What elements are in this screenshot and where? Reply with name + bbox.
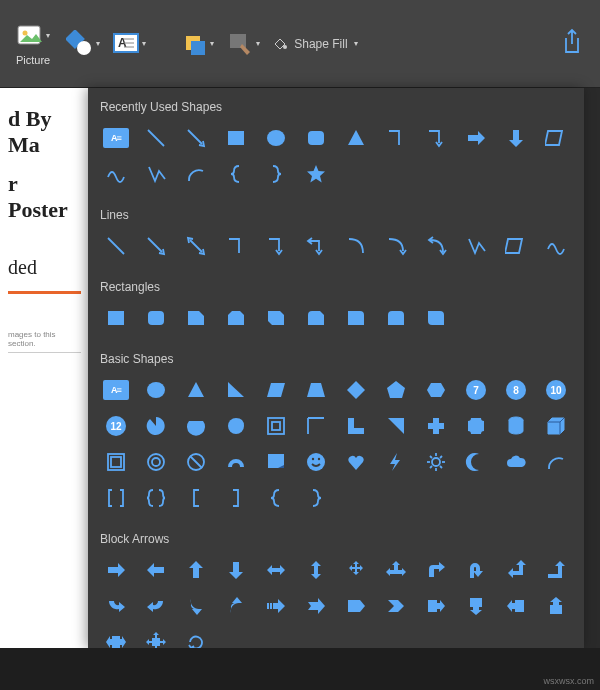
arrow-left[interactable] xyxy=(136,552,176,588)
shape-scribble[interactable] xyxy=(96,156,136,192)
basic-half-frame[interactable] xyxy=(296,408,336,444)
shape-oval[interactable] xyxy=(256,120,296,156)
shape-line-arrow[interactable] xyxy=(176,120,216,156)
picture-group[interactable]: ▾ Picture xyxy=(8,0,58,87)
rect-round2same[interactable] xyxy=(376,300,416,336)
basic-noentry[interactable] xyxy=(176,444,216,480)
arrow-curved-right[interactable] xyxy=(96,588,136,624)
basic-block-arc[interactable] xyxy=(216,444,256,480)
line-elbow-double[interactable] xyxy=(296,228,336,264)
basic-right-bracket[interactable] xyxy=(216,480,256,516)
basic-cube[interactable] xyxy=(536,408,576,444)
shape-right-brace[interactable] xyxy=(256,156,296,192)
shape-freeform[interactable] xyxy=(136,156,176,192)
basic-dodecagon[interactable]: 12 xyxy=(96,408,136,444)
rect-snip2same[interactable] xyxy=(216,300,256,336)
arrow-down-callout[interactable] xyxy=(456,588,496,624)
line-arrow[interactable] xyxy=(136,228,176,264)
basic-plus[interactable] xyxy=(416,408,456,444)
basic-diagonal[interactable] xyxy=(376,408,416,444)
arrow-bentup[interactable] xyxy=(536,552,576,588)
arrow-bent[interactable] xyxy=(416,552,456,588)
rect-round1[interactable] xyxy=(336,300,376,336)
shape-textbox[interactable]: A≡ xyxy=(103,128,129,148)
quick-styles-button[interactable]: ▾ xyxy=(226,30,260,58)
basic-textbox[interactable]: A≡ xyxy=(103,380,129,400)
arrow-leftright-callout[interactable] xyxy=(96,624,136,648)
arrow-circular[interactable] xyxy=(176,624,216,648)
shape-left-brace[interactable] xyxy=(216,156,256,192)
arrow-curved-up[interactable] xyxy=(216,588,256,624)
shapes-scroll[interactable]: Recently Used Shapes A≡ Lines xyxy=(88,88,584,648)
arrow-chevron[interactable] xyxy=(376,588,416,624)
basic-pentagon[interactable] xyxy=(376,372,416,408)
basic-donut[interactable] xyxy=(136,444,176,480)
arrow-pentagon[interactable] xyxy=(336,588,376,624)
shape-arrow-down[interactable] xyxy=(496,120,536,156)
arrow-right[interactable] xyxy=(96,552,136,588)
basic-moon[interactable] xyxy=(456,444,496,480)
arrow-curved-left[interactable] xyxy=(136,588,176,624)
basic-can[interactable] xyxy=(496,408,536,444)
shape-rectangle[interactable] xyxy=(216,120,256,156)
arrow-updown[interactable] xyxy=(296,552,336,588)
basic-right-brace[interactable] xyxy=(296,480,336,516)
basic-triangle[interactable] xyxy=(176,372,216,408)
arrow-curved-down[interactable] xyxy=(176,588,216,624)
arrange-button[interactable]: ▾ xyxy=(180,30,214,58)
basic-plaque[interactable] xyxy=(456,408,496,444)
rect-round2diag[interactable] xyxy=(416,300,456,336)
basic-pie[interactable] xyxy=(136,408,176,444)
basic-sun[interactable] xyxy=(416,444,456,480)
shape-connector-elbow[interactable] xyxy=(376,120,416,156)
arrow-left-callout[interactable] xyxy=(496,588,536,624)
arrow-leftright[interactable] xyxy=(256,552,296,588)
basic-folded[interactable] xyxy=(256,444,296,480)
basic-double-bracket[interactable] xyxy=(96,480,136,516)
shape-connector-elbow-arrow[interactable] xyxy=(416,120,456,156)
arrow-leftrightup[interactable] xyxy=(376,552,416,588)
shapes-button[interactable]: ▾ xyxy=(66,30,100,58)
basic-heart[interactable] xyxy=(336,444,376,480)
line-freeform-shape[interactable] xyxy=(496,228,536,264)
rect-snipround[interactable] xyxy=(296,300,336,336)
basic-hexagon[interactable] xyxy=(416,372,456,408)
textbox-button[interactable]: A ▾ xyxy=(112,30,146,58)
basic-smiley[interactable] xyxy=(296,444,336,480)
rect-snip1[interactable] xyxy=(176,300,216,336)
basic-heptagon[interactable]: 7 xyxy=(456,372,496,408)
line-straight[interactable] xyxy=(96,228,136,264)
basic-lightning[interactable] xyxy=(376,444,416,480)
basic-trapezoid[interactable] xyxy=(296,372,336,408)
arrow-uturn[interactable] xyxy=(456,552,496,588)
rect-snip2diag[interactable] xyxy=(256,300,296,336)
basic-diamond[interactable] xyxy=(336,372,376,408)
shape-star[interactable] xyxy=(296,156,336,192)
line-freeform-angle[interactable] xyxy=(456,228,496,264)
basic-left-bracket[interactable] xyxy=(176,480,216,516)
arrow-down[interactable] xyxy=(216,552,256,588)
arrow-up[interactable] xyxy=(176,552,216,588)
line-elbow[interactable] xyxy=(216,228,256,264)
line-elbow-arrow[interactable] xyxy=(256,228,296,264)
basic-arc[interactable] xyxy=(536,444,576,480)
shape-triangle[interactable] xyxy=(336,120,376,156)
arrow-up-callout[interactable] xyxy=(536,588,576,624)
basic-bevel[interactable] xyxy=(96,444,136,480)
rect-rounded[interactable] xyxy=(136,300,176,336)
shape-flowchart[interactable] xyxy=(536,120,576,156)
basic-parallelogram[interactable] xyxy=(256,372,296,408)
basic-chord[interactable] xyxy=(176,408,216,444)
arrow-right-callout[interactable] xyxy=(416,588,456,624)
basic-right-triangle[interactable] xyxy=(216,372,256,408)
arrow-striped[interactable] xyxy=(256,588,296,624)
arrow-notched[interactable] xyxy=(296,588,336,624)
shape-fill-button[interactable]: Shape Fill ▾ xyxy=(272,36,357,52)
shape-arc[interactable] xyxy=(176,156,216,192)
basic-double-brace[interactable] xyxy=(136,480,176,516)
basic-frame[interactable] xyxy=(256,408,296,444)
basic-left-brace[interactable] xyxy=(256,480,296,516)
arrow-leftup[interactable] xyxy=(496,552,536,588)
basic-teardrop[interactable] xyxy=(216,408,256,444)
line-curve[interactable] xyxy=(336,228,376,264)
